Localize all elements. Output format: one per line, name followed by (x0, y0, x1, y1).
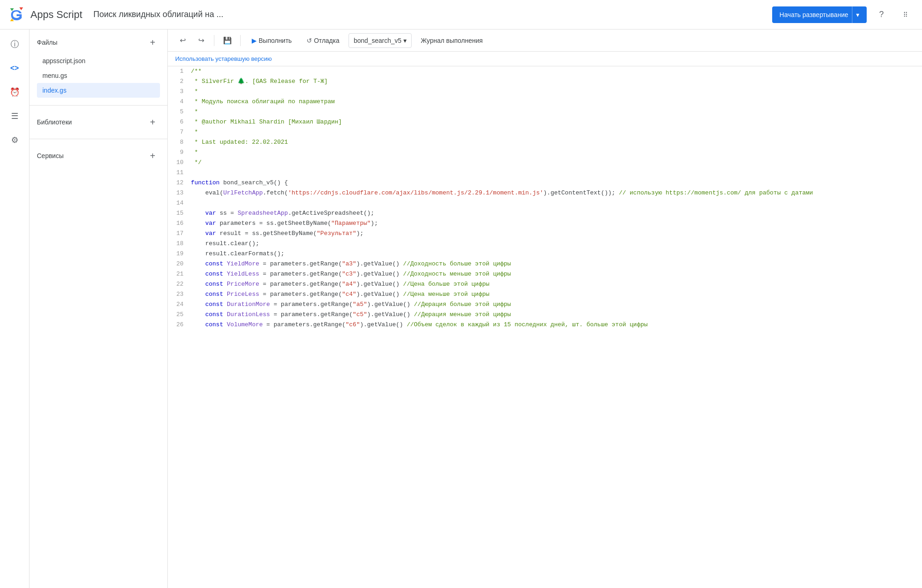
editor-icon: <> (10, 64, 19, 72)
line-code: * (191, 127, 922, 137)
line-number: 7 (168, 127, 191, 137)
services-section: Сервисы + (30, 141, 167, 171)
line-number: 4 (168, 97, 191, 107)
run-label: Выполнить (259, 37, 292, 44)
debug-button[interactable]: ↺ Отладка (301, 33, 345, 48)
deprecation-link[interactable]: Использовать устаревшую версию (175, 55, 272, 62)
file-item-index[interactable]: index.gs (37, 83, 160, 98)
editor-toolbar: ↩ ↪ 💾 ▶ Выполнить ↺ Отладка bond_search_… (168, 29, 922, 52)
deploy-dropdown-arrow[interactable]: ▾ (852, 6, 859, 23)
table-row: 10 */ (168, 158, 922, 168)
run-button[interactable]: ▶ Выполнить (246, 33, 297, 48)
line-number: 23 (168, 289, 191, 300)
file-item-menu[interactable]: menu.gs (37, 68, 160, 83)
add-service-icon: + (150, 151, 155, 161)
line-number: 21 (168, 269, 191, 279)
line-code: * SilverFir 🌲. [GAS Release for Т-Ж] (191, 76, 922, 87)
function-selector[interactable]: bond_search_v5 ▾ (349, 33, 412, 48)
table-row: 3 * (168, 87, 922, 97)
line-number: 17 (168, 229, 191, 239)
list-icon: ☰ (11, 111, 18, 121)
file-panel: Файлы + appsscript.json menu.gs index.gs… (30, 29, 168, 588)
table-row: 24 const DurationMore = parameters.getRa… (168, 300, 922, 310)
add-file-button[interactable]: + (145, 35, 160, 50)
sidebar-editor-button[interactable]: <> (4, 57, 26, 79)
add-library-icon: + (150, 117, 155, 128)
files-label: Файлы (37, 39, 57, 46)
line-code (191, 198, 922, 208)
line-number: 18 (168, 239, 191, 249)
line-code: var result = ss.getSheetByName("Результа… (191, 229, 922, 239)
line-code: * (191, 87, 922, 97)
line-number: 10 (168, 158, 191, 168)
grid-icon: ⠿ (903, 12, 908, 18)
sidebar-info-button[interactable]: ⓘ (4, 33, 26, 55)
services-label: Сервисы (37, 152, 64, 159)
save-button[interactable]: 💾 (220, 33, 235, 48)
files-header: Файлы + (37, 35, 160, 50)
line-code (191, 168, 922, 178)
apps-script-logo (7, 6, 26, 24)
table-row: 23 const PriceLess = parameters.getRange… (168, 289, 922, 300)
line-number: 5 (168, 107, 191, 117)
table-row: 6 * @author Mikhail Shardin [Михаил Шард… (168, 117, 922, 127)
line-number: 22 (168, 279, 191, 289)
redo-button[interactable]: ↪ (194, 33, 208, 48)
header-actions: Начать развертывание ▾ ? ⠿ (772, 6, 915, 24)
line-code: const PriceMore = parameters.getRange("a… (191, 279, 922, 289)
line-code: * (191, 107, 922, 117)
deploy-btn-label: Начать развертывание (780, 11, 848, 18)
deploy-button[interactable]: Начать развертывание ▾ (772, 6, 867, 23)
line-code: * Модуль поиска облигаций по параметрам (191, 97, 922, 107)
file-name-menu: menu.gs (42, 72, 67, 79)
services-row: Сервисы + (37, 145, 160, 167)
line-number: 26 (168, 320, 191, 330)
help-button[interactable]: ? (872, 6, 891, 24)
add-library-button[interactable]: + (145, 115, 160, 129)
apps-grid-button[interactable]: ⠿ (896, 6, 915, 24)
line-code: eval(UrlFetchApp.fetch('https://cdnjs.cl… (191, 188, 922, 198)
clock-icon: ⏰ (10, 87, 20, 97)
sidebar-triggers-button[interactable]: ⏰ (4, 81, 26, 103)
add-service-button[interactable]: + (145, 148, 160, 163)
save-icon: 💾 (223, 36, 232, 45)
line-number: 6 (168, 117, 191, 127)
line-code: /** (191, 66, 922, 76)
file-item-appsscript[interactable]: appsscript.json (37, 53, 160, 68)
info-icon: ⓘ (11, 39, 19, 50)
line-number: 11 (168, 168, 191, 178)
table-row: 7 * (168, 127, 922, 137)
table-row: 13 eval(UrlFetchApp.fetch('https://cdnjs… (168, 188, 922, 198)
add-file-icon: + (150, 37, 155, 48)
sidebar-settings-button[interactable]: ⚙ (4, 129, 26, 151)
line-code: const DurationLess = parameters.getRange… (191, 310, 922, 320)
header: Apps Script Поиск ликвидных облигаций на… (0, 0, 922, 29)
sidebar-executions-button[interactable]: ☰ (4, 105, 26, 127)
code-editor[interactable]: 1/**2 * SilverFir 🌲. [GAS Release for Т-… (168, 66, 922, 588)
debug-icon: ↺ (307, 37, 312, 44)
table-row: 9 * (168, 147, 922, 158)
line-code: */ (191, 158, 922, 168)
line-number: 24 (168, 300, 191, 310)
divider-1 (30, 105, 167, 106)
line-code: * Last updated: 22.02.2021 (191, 137, 922, 147)
table-row: 25 const DurationLess = parameters.getRa… (168, 310, 922, 320)
table-row: 21 const YieldLess = parameters.getRange… (168, 269, 922, 279)
line-code: const YieldLess = parameters.getRange("c… (191, 269, 922, 279)
line-number: 2 (168, 76, 191, 87)
file-name-index: index.gs (42, 87, 66, 94)
logs-button[interactable]: Журнал выполнения (415, 33, 488, 48)
toolbar-divider-1 (214, 35, 214, 46)
line-number: 13 (168, 188, 191, 198)
table-row: 17 var result = ss.getSheetByName("Резул… (168, 229, 922, 239)
main-layout: ⓘ <> ⏰ ☰ ⚙ Файлы + appsscript.json (0, 29, 922, 588)
line-code: const DurationMore = parameters.getRange… (191, 300, 922, 310)
divider-2 (30, 139, 167, 139)
gear-icon: ⚙ (11, 135, 18, 145)
toolbar-divider-2 (240, 35, 241, 46)
line-number: 19 (168, 249, 191, 259)
table-row: 19 result.clearFormats(); (168, 249, 922, 259)
undo-button[interactable]: ↩ (175, 33, 190, 48)
files-section: Файлы + appsscript.json menu.gs index.gs (30, 29, 167, 103)
line-code: * @author Mikhail Shardin [Михаил Шардин… (191, 117, 922, 127)
